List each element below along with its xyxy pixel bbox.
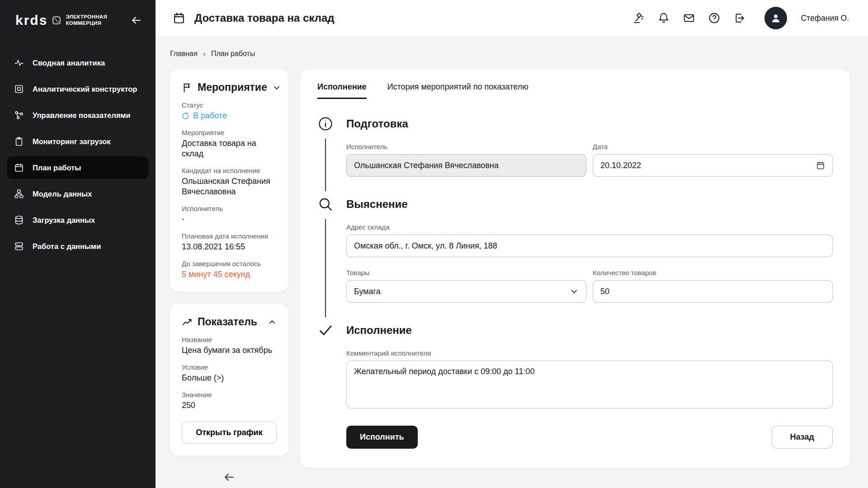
info-icon [318, 116, 333, 131]
line-chart-icon [182, 317, 193, 328]
indicator-field: Условие Больше (>) [182, 363, 277, 383]
indicator-card: Показатель Название Цена бумаги за октяб… [170, 304, 288, 455]
executor-field-group: Исполнитель [346, 143, 586, 177]
left-column: Мероприятие Статус В работе [170, 70, 288, 483]
analytics-icon [14, 57, 24, 68]
event-field: Плановая дата исполнения 13.08.2021 16:5… [182, 232, 277, 252]
form-actions: Исполнить Назад [346, 426, 833, 449]
data-model-icon [14, 188, 24, 199]
date-input[interactable]: 20.10.2022 [593, 154, 833, 177]
search-icon [318, 197, 333, 212]
back-navigation-button[interactable] [223, 471, 236, 483]
warehouse-address-field-group: Адрес склада [346, 223, 833, 257]
sidebar-item-analytic-constructor[interactable]: Аналитический конструктор [7, 78, 148, 100]
execution-panel: Исполнение История мероприятий по показа… [300, 70, 850, 468]
monitoring-icon [14, 136, 24, 147]
sidebar-menu: Сводная аналитика Аналитический конструк… [0, 52, 156, 258]
sidebar-collapse-button[interactable] [128, 13, 144, 28]
breadcrumb-home[interactable]: Главная [170, 50, 198, 58]
countdown-field: До завершения осталось 5 минут 45 секунд [182, 260, 277, 280]
executor-input [346, 154, 586, 177]
section-title: Подготовка [346, 117, 833, 130]
event-card: Мероприятие Статус В работе [170, 70, 288, 291]
theme-toggle-button[interactable] [632, 12, 644, 24]
chevron-down-icon[interactable] [272, 83, 281, 92]
warehouse-address-input[interactable] [346, 235, 833, 257]
back-arrow-icon [223, 471, 236, 483]
open-chart-button[interactable]: Открыть график [182, 422, 277, 444]
notifications-button[interactable] [658, 12, 670, 24]
section-preparation: Подготовка Исполнитель Дата 20.10.2022 [317, 116, 833, 197]
event-card-title: Мероприятие [198, 81, 267, 94]
sidebar-item-label: Сводная аналитика [33, 59, 105, 67]
tabs: Исполнение История мероприятий по показа… [317, 82, 833, 99]
section-rail [317, 323, 334, 449]
person-icon [770, 12, 782, 24]
sidebar-item-summary-analytics[interactable]: Сводная аналитика [7, 52, 148, 74]
back-arrow-icon [130, 14, 142, 26]
chevron-down-icon [570, 287, 579, 296]
header: Доставка товара на склад [156, 0, 868, 36]
quantity-field-group: Количество товаров [593, 269, 833, 303]
sidebar-item-data-upload[interactable]: Загрузка данных [7, 209, 148, 231]
event-field: Исполнитель - [182, 205, 277, 225]
event-field: Кандидат на исполнение Ольшанская Стефан… [182, 167, 277, 197]
mail-icon [683, 12, 695, 24]
chevron-up-icon[interactable] [268, 318, 277, 327]
execute-button[interactable]: Исполнить [346, 426, 418, 449]
calendar-icon [14, 162, 24, 173]
section-rail [317, 197, 334, 323]
indicator-card-title: Показатель [198, 316, 257, 328]
indicator-field: Название Цена бумаги за октябрь [182, 336, 277, 356]
breadcrumb: Главная › План работы [170, 36, 850, 70]
tab-history[interactable]: История мероприятий по показателю [387, 82, 528, 99]
section-clarification: Выяснение Адрес склада Товары Бумага [317, 197, 833, 323]
back-button[interactable]: Назад [772, 426, 833, 449]
section-title: Исполнение [346, 324, 833, 337]
sidebar-item-label: Аналитический конструктор [33, 85, 137, 94]
sidebar-item-label: Модель данных [33, 190, 92, 198]
event-field: Мероприятие Доставка товара на склад [182, 129, 277, 159]
sidebar-item-label: Управление показателями [33, 111, 131, 120]
help-icon [708, 12, 720, 24]
check-icon [318, 323, 333, 338]
date-picker-icon[interactable] [816, 161, 825, 170]
sidebar-item-work-plan[interactable]: План работы [7, 156, 148, 179]
page-calendar-icon [173, 12, 185, 24]
quantity-input[interactable] [593, 280, 833, 303]
brand-logo: krds ЭЛЕКТРОННАЯ КОММЕРЦИЯ [15, 14, 107, 27]
status-badge: В работе [182, 111, 277, 121]
columns: Мероприятие Статус В работе [170, 70, 850, 483]
in-progress-icon [182, 112, 189, 120]
executor-comment-textarea[interactable]: Желательный период доставки с 09:00 до 1… [346, 361, 833, 408]
tab-execution[interactable]: Исполнение [317, 82, 367, 99]
section-title: Выяснение [346, 198, 833, 211]
event-status-field: Статус В работе [182, 101, 277, 121]
timeline-connector [325, 219, 326, 317]
sidebar-item-upload-monitoring[interactable]: Мониторинг загрузок [7, 130, 148, 153]
help-button[interactable] [708, 12, 720, 24]
logout-button[interactable] [734, 12, 745, 24]
section-execution: Исполнение Комментарий исполнителя Желат… [317, 323, 833, 449]
bell-icon [658, 12, 670, 24]
sidebar-item-data-model[interactable]: Модель данных [7, 183, 148, 205]
header-title-group: Доставка товара на склад [173, 12, 335, 24]
sidebar-item-label: Мониторинг загрузок [33, 137, 111, 146]
sidebar-item-indicator-management[interactable]: Управление показателями [7, 104, 148, 127]
indicator-field: Значение 250 [182, 391, 277, 411]
sidebar-item-label: Загрузка данных [33, 216, 95, 225]
breadcrumb-current: План работы [211, 50, 255, 58]
timeline-connector [325, 139, 326, 191]
goods-select[interactable]: Бумага [346, 280, 586, 303]
messages-button[interactable] [683, 12, 695, 24]
avatar[interactable] [764, 7, 787, 29]
user-name: Стефания О. [801, 14, 849, 23]
breadcrumb-separator-icon: › [203, 50, 206, 58]
content: Главная › План работы Мероприятие [156, 36, 868, 488]
sidebar-item-label: Работа с данными [33, 242, 101, 251]
logout-icon [734, 12, 745, 24]
brand-tagline: ЭЛЕКТРОННАЯ КОММЕРЦИЯ [66, 14, 107, 27]
constructor-icon [14, 84, 24, 94]
sidebar-item-data-work[interactable]: Работа с данными [7, 235, 148, 258]
indicator-card-header: Показатель [182, 316, 277, 328]
